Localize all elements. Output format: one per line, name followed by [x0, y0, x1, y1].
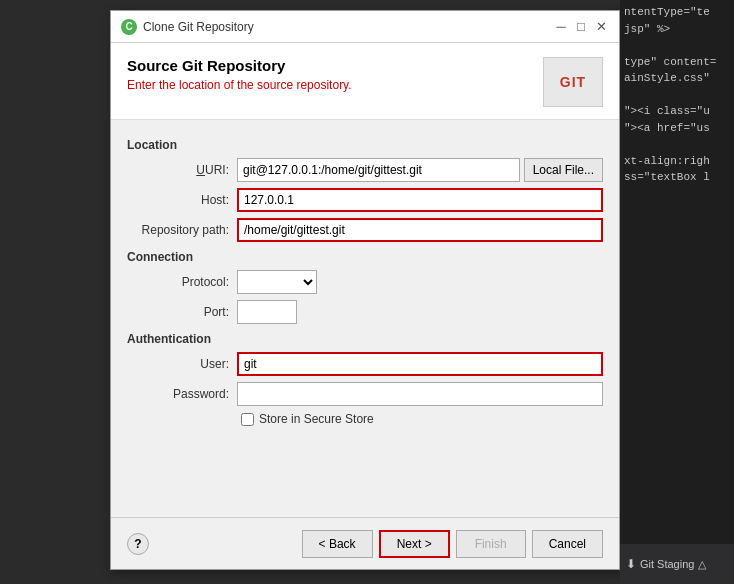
port-group: Port: — [127, 300, 603, 324]
header-text: Source Git Repository Enter the location… — [127, 57, 352, 92]
host-label: Host: — [127, 193, 237, 207]
git-logo: GIT — [543, 57, 603, 107]
protocol-group: Protocol: ssh http https — [127, 270, 603, 294]
close-button[interactable]: ✕ — [593, 19, 609, 35]
code-line-2: jsp" %> — [624, 21, 730, 38]
minimize-button[interactable]: ─ — [553, 19, 569, 35]
dialog-titlebar: C Clone Git Repository ─ □ ✕ — [111, 11, 619, 43]
store-secure-checkbox[interactable] — [241, 413, 254, 426]
repo-path-label: Repository path: — [127, 223, 237, 237]
user-input[interactable] — [237, 352, 603, 376]
git-staging-icon: ⬇ — [626, 557, 636, 571]
local-file-button[interactable]: Local File... — [524, 158, 603, 182]
titlebar-controls: ─ □ ✕ — [553, 19, 609, 35]
uri-input[interactable] — [237, 158, 520, 182]
code-line-1: ntentType="te — [624, 4, 730, 21]
code-line-5: ainStyle.css" — [624, 70, 730, 87]
code-line-11: ss="textBox l — [624, 169, 730, 186]
dialog-heading: Source Git Repository — [127, 57, 352, 74]
uri-group: UURI: Local File... — [127, 158, 603, 182]
code-editor-panel: ntentType="te jsp" %> type" content= ain… — [620, 0, 734, 584]
dialog-subtext: Enter the location of the source reposit… — [127, 78, 352, 92]
git-staging-bar: ⬇ Git Staging △ — [620, 544, 734, 584]
finish-button[interactable]: Finish — [456, 530, 526, 558]
maximize-button[interactable]: □ — [573, 19, 589, 35]
user-label: User: — [127, 357, 237, 371]
dialog-body: Location UURI: Local File... Host: Repos… — [111, 120, 619, 517]
dialog-icon: C — [121, 19, 137, 35]
port-input[interactable] — [237, 300, 297, 324]
footer-right: < Back Next > Finish Cancel — [302, 530, 603, 558]
location-section-label: Location — [127, 138, 603, 152]
footer-left: ? — [127, 533, 149, 555]
code-line-8: "><a href="us — [624, 120, 730, 137]
titlebar-left: C Clone Git Repository — [121, 19, 254, 35]
code-line-9 — [624, 136, 730, 153]
git-staging-label[interactable]: Git Staging — [640, 558, 694, 570]
uri-label: UURI: — [127, 163, 237, 177]
code-line-4: type" content= — [624, 54, 730, 71]
code-line-3 — [624, 37, 730, 54]
password-input[interactable] — [237, 382, 603, 406]
uri-input-group: Local File... — [237, 158, 603, 182]
clone-git-dialog: C Clone Git Repository ─ □ ✕ Source Git … — [110, 10, 620, 570]
password-group: Password: — [127, 382, 603, 406]
protocol-label: Protocol: — [127, 275, 237, 289]
cancel-button[interactable]: Cancel — [532, 530, 603, 558]
store-secure-label[interactable]: Store in Secure Store — [259, 412, 374, 426]
next-button[interactable]: Next > — [379, 530, 450, 558]
user-group: User: — [127, 352, 603, 376]
dialog-header: Source Git Repository Enter the location… — [111, 43, 619, 120]
back-button[interactable]: < Back — [302, 530, 373, 558]
connection-section-label: Connection — [127, 250, 603, 264]
password-label: Password: — [127, 387, 237, 401]
authentication-section-label: Authentication — [127, 332, 603, 346]
dialog-title: Clone Git Repository — [143, 20, 254, 34]
git-staging-expand-icon: △ — [698, 558, 706, 571]
repo-path-input[interactable] — [237, 218, 603, 242]
code-line-7: "><i class="u — [624, 103, 730, 120]
protocol-select[interactable]: ssh http https — [237, 270, 317, 294]
repo-path-group: Repository path: — [127, 218, 603, 242]
code-line-10: xt-align:righ — [624, 153, 730, 170]
host-group: Host: — [127, 188, 603, 212]
code-line-6 — [624, 87, 730, 104]
host-input[interactable] — [237, 188, 603, 212]
dialog-footer: ? < Back Next > Finish Cancel — [111, 517, 619, 569]
port-label: Port: — [127, 305, 237, 319]
store-secure-group: Store in Secure Store — [241, 412, 603, 426]
help-button[interactable]: ? — [127, 533, 149, 555]
